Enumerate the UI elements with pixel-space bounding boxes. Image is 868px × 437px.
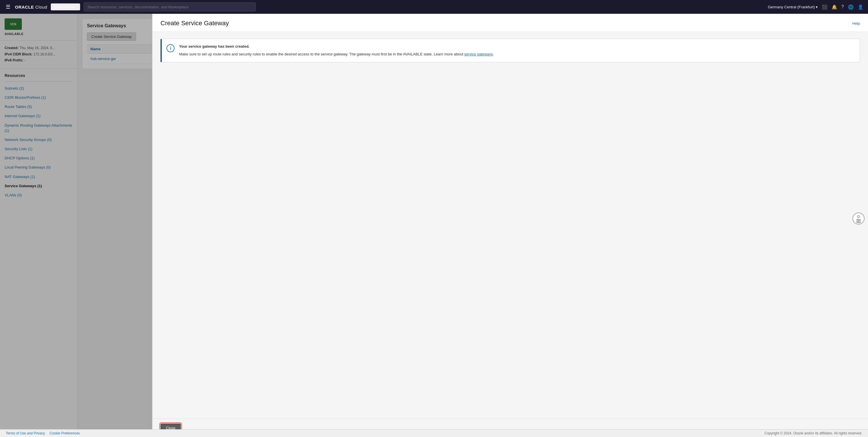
navbar-right: Germany Central (Frankfurt) ▾ ⬛ 🔔 ? 🌐 👤 bbox=[768, 4, 863, 10]
cookie-preferences-link[interactable]: Cookie Preferences bbox=[50, 431, 80, 435]
modal-help-link[interactable]: Help bbox=[852, 21, 860, 26]
create-service-gateway-modal: Create Service Gateway Help i Your servi… bbox=[152, 14, 868, 437]
info-banner: i Your service gateway has been created.… bbox=[160, 39, 860, 62]
footer-copyright: Copyright © 2024, Oracle and/or its affi… bbox=[764, 431, 862, 435]
bell-icon[interactable]: 🔔 bbox=[832, 4, 837, 10]
modal-body: i Your service gateway has been created.… bbox=[152, 32, 868, 418]
footer-links: Terms of Use and Privacy Cookie Preferen… bbox=[6, 431, 80, 435]
user-icon[interactable]: 👤 bbox=[858, 4, 863, 10]
globe-icon[interactable]: 🌐 bbox=[848, 4, 854, 10]
info-link-suffix: . bbox=[493, 52, 494, 56]
region-selector[interactable]: Germany Central (Frankfurt) ▾ bbox=[768, 5, 818, 9]
modal-title: Create Service Gateway bbox=[160, 20, 229, 27]
floating-help-button[interactable]: ⊙ bbox=[852, 213, 865, 224]
cloud-classic-button[interactable]: Cloud Classic › bbox=[51, 3, 81, 10]
hamburger-menu[interactable]: ☰ bbox=[5, 3, 11, 11]
info-icon: i bbox=[166, 44, 175, 52]
info-body-text: Make sure to set up route rules and secu… bbox=[179, 52, 464, 56]
floating-help-icon: ⊙ bbox=[857, 214, 860, 219]
terminal-icon[interactable]: ⬛ bbox=[822, 4, 828, 10]
info-bold-text: Your service gateway has been created. bbox=[179, 44, 249, 49]
terms-link[interactable]: Terms of Use and Privacy bbox=[6, 431, 45, 435]
search-input[interactable] bbox=[84, 2, 256, 11]
info-banner-text: Your service gateway has been created. M… bbox=[179, 44, 494, 57]
floating-help-dots bbox=[857, 219, 861, 223]
help-icon[interactable]: ? bbox=[841, 4, 844, 9]
service-gateways-link[interactable]: service gateways bbox=[464, 52, 493, 56]
modal-header: Create Service Gateway Help bbox=[152, 14, 868, 32]
top-navbar: ☰ ORACLE Cloud Cloud Classic › Germany C… bbox=[0, 0, 868, 14]
footer-bar: Terms of Use and Privacy Cookie Preferen… bbox=[0, 429, 868, 437]
oracle-logo: ORACLE Cloud bbox=[15, 5, 48, 9]
